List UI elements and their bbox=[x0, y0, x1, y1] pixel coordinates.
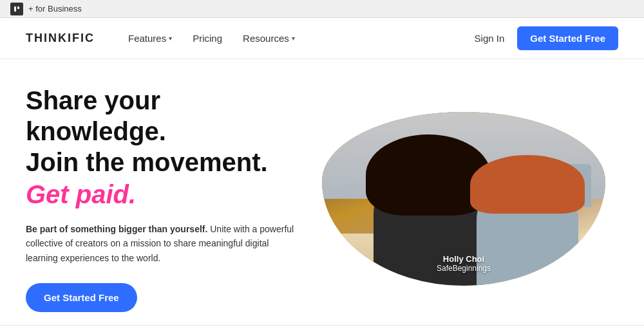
hero-content: Share your knowledge. Join the movement.… bbox=[26, 85, 322, 312]
nav-links: Features ▾ Pricing Resources ▾ bbox=[120, 28, 475, 49]
svg-rect-1 bbox=[17, 6, 19, 9]
brand-logo[interactable]: THINKIFIC bbox=[26, 32, 95, 45]
navbar: THINKIFIC Features ▾ Pricing Resources ▾… bbox=[0, 18, 644, 59]
nav-pricing[interactable]: Pricing bbox=[185, 28, 230, 49]
get-started-hero-button[interactable]: Get Started Free bbox=[26, 283, 137, 312]
hero-description: Be part of something bigger than yoursel… bbox=[26, 222, 296, 265]
nav-resources[interactable]: Resources ▾ bbox=[235, 28, 303, 49]
hero-image: Holly Choi SafeBeginnings bbox=[322, 112, 605, 286]
hero-paid-text: Get paid. bbox=[26, 180, 296, 209]
top-bar-logo-icon bbox=[10, 3, 23, 15]
top-bar-label: + for Business bbox=[28, 4, 82, 14]
nav-features[interactable]: Features ▾ bbox=[120, 28, 180, 49]
chevron-down-icon-2: ▾ bbox=[292, 35, 295, 42]
hero-title: Share your knowledge. Join the movement. bbox=[26, 85, 296, 178]
stats-section: 10K Creator Educators $7.7M Earned 50M L… bbox=[0, 325, 644, 332]
person-red-hair-top bbox=[470, 155, 585, 214]
svg-rect-0 bbox=[14, 6, 16, 12]
nav-actions: Sign In Get Started Free bbox=[475, 26, 618, 50]
hero-photo-bg: Holly Choi SafeBeginnings bbox=[322, 112, 605, 286]
chevron-down-icon: ▾ bbox=[169, 35, 172, 42]
get-started-nav-button[interactable]: Get Started Free bbox=[517, 26, 618, 50]
sign-in-button[interactable]: Sign In bbox=[475, 33, 505, 44]
hero-section: Share your knowledge. Join the movement.… bbox=[0, 59, 644, 325]
image-caption: Holly Choi SafeBeginnings bbox=[437, 254, 491, 273]
top-bar: + for Business bbox=[0, 0, 644, 18]
